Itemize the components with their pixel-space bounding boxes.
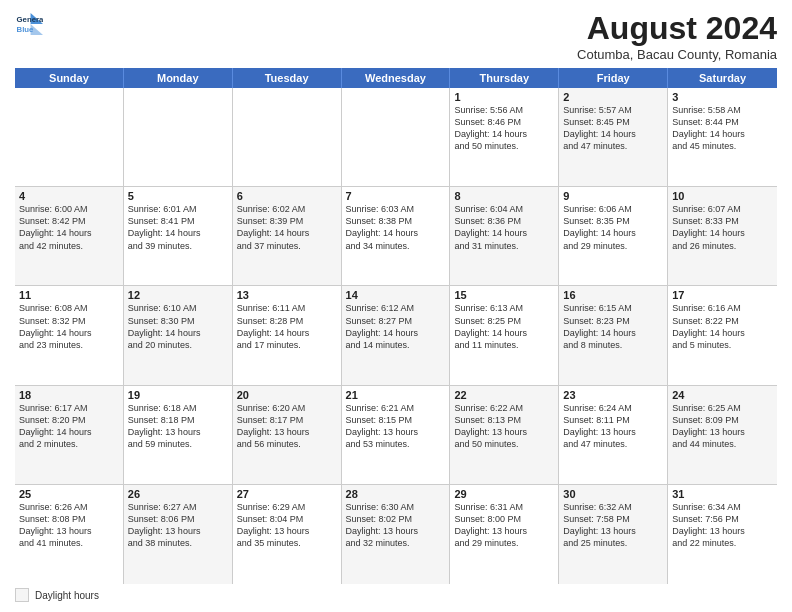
calendar-day-11: 11Sunrise: 6:08 AM Sunset: 8:32 PM Dayli… xyxy=(15,286,124,384)
day-info: Sunrise: 5:56 AM Sunset: 8:46 PM Dayligh… xyxy=(454,104,554,153)
day-info: Sunrise: 6:17 AM Sunset: 8:20 PM Dayligh… xyxy=(19,402,119,451)
day-number: 28 xyxy=(346,488,446,500)
legend-label: Daylight hours xyxy=(35,590,99,601)
day-info: Sunrise: 6:30 AM Sunset: 8:02 PM Dayligh… xyxy=(346,501,446,550)
calendar-day-10: 10Sunrise: 6:07 AM Sunset: 8:33 PM Dayli… xyxy=(668,187,777,285)
calendar-day-27: 27Sunrise: 6:29 AM Sunset: 8:04 PM Dayli… xyxy=(233,485,342,584)
day-info: Sunrise: 6:21 AM Sunset: 8:15 PM Dayligh… xyxy=(346,402,446,451)
calendar-day-1: 1Sunrise: 5:56 AM Sunset: 8:46 PM Daylig… xyxy=(450,88,559,186)
day-number: 20 xyxy=(237,389,337,401)
day-info: Sunrise: 5:57 AM Sunset: 8:45 PM Dayligh… xyxy=(563,104,663,153)
day-number: 31 xyxy=(672,488,773,500)
calendar-week-3: 11Sunrise: 6:08 AM Sunset: 8:32 PM Dayli… xyxy=(15,286,777,385)
day-number: 6 xyxy=(237,190,337,202)
day-number: 7 xyxy=(346,190,446,202)
header: General Blue August 2024 Cotumba, Bacau … xyxy=(15,10,777,62)
page: General Blue August 2024 Cotumba, Bacau … xyxy=(0,0,792,612)
calendar-day-2: 2Sunrise: 5:57 AM Sunset: 8:45 PM Daylig… xyxy=(559,88,668,186)
day-info: Sunrise: 6:31 AM Sunset: 8:00 PM Dayligh… xyxy=(454,501,554,550)
calendar-day-24: 24Sunrise: 6:25 AM Sunset: 8:09 PM Dayli… xyxy=(668,386,777,484)
day-info: Sunrise: 6:03 AM Sunset: 8:38 PM Dayligh… xyxy=(346,203,446,252)
calendar-week-4: 18Sunrise: 6:17 AM Sunset: 8:20 PM Dayli… xyxy=(15,386,777,485)
svg-text:General: General xyxy=(17,15,43,24)
day-info: Sunrise: 6:29 AM Sunset: 8:04 PM Dayligh… xyxy=(237,501,337,550)
day-number: 11 xyxy=(19,289,119,301)
calendar-day-20: 20Sunrise: 6:20 AM Sunset: 8:17 PM Dayli… xyxy=(233,386,342,484)
weekday-header-saturday: Saturday xyxy=(668,68,777,88)
weekday-header-friday: Friday xyxy=(559,68,668,88)
day-info: Sunrise: 6:26 AM Sunset: 8:08 PM Dayligh… xyxy=(19,501,119,550)
day-number: 27 xyxy=(237,488,337,500)
day-number: 5 xyxy=(128,190,228,202)
day-number: 4 xyxy=(19,190,119,202)
day-number: 29 xyxy=(454,488,554,500)
legend: Daylight hours xyxy=(15,588,777,602)
calendar: SundayMondayTuesdayWednesdayThursdayFrid… xyxy=(15,68,777,584)
day-number: 30 xyxy=(563,488,663,500)
day-number: 17 xyxy=(672,289,773,301)
day-number: 3 xyxy=(672,91,773,103)
day-info: Sunrise: 6:08 AM Sunset: 8:32 PM Dayligh… xyxy=(19,302,119,351)
weekday-header-sunday: Sunday xyxy=(15,68,124,88)
calendar-day-empty xyxy=(342,88,451,186)
calendar-day-3: 3Sunrise: 5:58 AM Sunset: 8:44 PM Daylig… xyxy=(668,88,777,186)
location: Cotumba, Bacau County, Romania xyxy=(577,47,777,62)
calendar-day-8: 8Sunrise: 6:04 AM Sunset: 8:36 PM Daylig… xyxy=(450,187,559,285)
day-info: Sunrise: 6:16 AM Sunset: 8:22 PM Dayligh… xyxy=(672,302,773,351)
calendar-day-13: 13Sunrise: 6:11 AM Sunset: 8:28 PM Dayli… xyxy=(233,286,342,384)
calendar-day-6: 6Sunrise: 6:02 AM Sunset: 8:39 PM Daylig… xyxy=(233,187,342,285)
calendar-header: SundayMondayTuesdayWednesdayThursdayFrid… xyxy=(15,68,777,88)
day-info: Sunrise: 6:04 AM Sunset: 8:36 PM Dayligh… xyxy=(454,203,554,252)
calendar-day-22: 22Sunrise: 6:22 AM Sunset: 8:13 PM Dayli… xyxy=(450,386,559,484)
calendar-day-empty xyxy=(15,88,124,186)
day-number: 10 xyxy=(672,190,773,202)
day-info: Sunrise: 6:25 AM Sunset: 8:09 PM Dayligh… xyxy=(672,402,773,451)
day-number: 24 xyxy=(672,389,773,401)
calendar-day-7: 7Sunrise: 6:03 AM Sunset: 8:38 PM Daylig… xyxy=(342,187,451,285)
day-info: Sunrise: 6:07 AM Sunset: 8:33 PM Dayligh… xyxy=(672,203,773,252)
svg-text:Blue: Blue xyxy=(17,25,35,34)
day-info: Sunrise: 6:10 AM Sunset: 8:30 PM Dayligh… xyxy=(128,302,228,351)
day-number: 23 xyxy=(563,389,663,401)
logo-icon: General Blue xyxy=(15,10,43,38)
calendar-day-28: 28Sunrise: 6:30 AM Sunset: 8:02 PM Dayli… xyxy=(342,485,451,584)
day-number: 2 xyxy=(563,91,663,103)
day-number: 21 xyxy=(346,389,446,401)
calendar-day-17: 17Sunrise: 6:16 AM Sunset: 8:22 PM Dayli… xyxy=(668,286,777,384)
day-info: Sunrise: 6:12 AM Sunset: 8:27 PM Dayligh… xyxy=(346,302,446,351)
day-info: Sunrise: 6:13 AM Sunset: 8:25 PM Dayligh… xyxy=(454,302,554,351)
day-info: Sunrise: 6:06 AM Sunset: 8:35 PM Dayligh… xyxy=(563,203,663,252)
day-info: Sunrise: 6:02 AM Sunset: 8:39 PM Dayligh… xyxy=(237,203,337,252)
day-number: 19 xyxy=(128,389,228,401)
day-number: 12 xyxy=(128,289,228,301)
calendar-week-1: 1Sunrise: 5:56 AM Sunset: 8:46 PM Daylig… xyxy=(15,88,777,187)
day-number: 9 xyxy=(563,190,663,202)
day-number: 22 xyxy=(454,389,554,401)
day-info: Sunrise: 6:01 AM Sunset: 8:41 PM Dayligh… xyxy=(128,203,228,252)
day-info: Sunrise: 6:22 AM Sunset: 8:13 PM Dayligh… xyxy=(454,402,554,451)
calendar-day-31: 31Sunrise: 6:34 AM Sunset: 7:56 PM Dayli… xyxy=(668,485,777,584)
calendar-day-14: 14Sunrise: 6:12 AM Sunset: 8:27 PM Dayli… xyxy=(342,286,451,384)
calendar-day-21: 21Sunrise: 6:21 AM Sunset: 8:15 PM Dayli… xyxy=(342,386,451,484)
day-number: 1 xyxy=(454,91,554,103)
day-info: Sunrise: 6:20 AM Sunset: 8:17 PM Dayligh… xyxy=(237,402,337,451)
calendar-week-5: 25Sunrise: 6:26 AM Sunset: 8:08 PM Dayli… xyxy=(15,485,777,584)
title-block: August 2024 Cotumba, Bacau County, Roman… xyxy=(577,10,777,62)
calendar-day-9: 9Sunrise: 6:06 AM Sunset: 8:35 PM Daylig… xyxy=(559,187,668,285)
calendar-day-4: 4Sunrise: 6:00 AM Sunset: 8:42 PM Daylig… xyxy=(15,187,124,285)
day-number: 25 xyxy=(19,488,119,500)
day-info: Sunrise: 6:34 AM Sunset: 7:56 PM Dayligh… xyxy=(672,501,773,550)
calendar-day-25: 25Sunrise: 6:26 AM Sunset: 8:08 PM Dayli… xyxy=(15,485,124,584)
day-info: Sunrise: 6:24 AM Sunset: 8:11 PM Dayligh… xyxy=(563,402,663,451)
day-number: 15 xyxy=(454,289,554,301)
day-info: Sunrise: 6:32 AM Sunset: 7:58 PM Dayligh… xyxy=(563,501,663,550)
calendar-day-empty xyxy=(124,88,233,186)
day-number: 13 xyxy=(237,289,337,301)
day-number: 14 xyxy=(346,289,446,301)
weekday-header-tuesday: Tuesday xyxy=(233,68,342,88)
legend-box xyxy=(15,588,29,602)
day-info: Sunrise: 6:18 AM Sunset: 8:18 PM Dayligh… xyxy=(128,402,228,451)
weekday-header-thursday: Thursday xyxy=(450,68,559,88)
calendar-week-2: 4Sunrise: 6:00 AM Sunset: 8:42 PM Daylig… xyxy=(15,187,777,286)
calendar-day-26: 26Sunrise: 6:27 AM Sunset: 8:06 PM Dayli… xyxy=(124,485,233,584)
